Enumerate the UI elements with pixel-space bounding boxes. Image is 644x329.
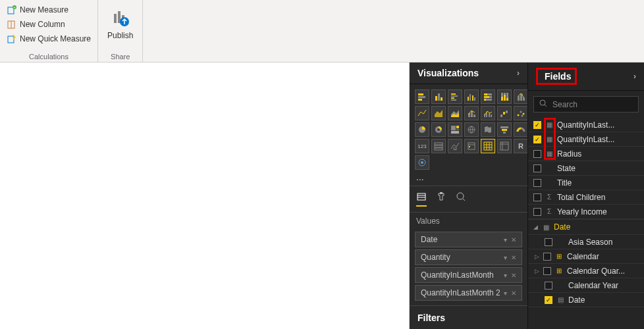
viz-stacked-column[interactable] [431, 89, 446, 104]
svg-rect-56 [451, 126, 456, 130]
field-well[interactable]: QuantityInLastMonth▾✕ [415, 267, 522, 283]
svg-rect-46 [500, 114, 502, 117]
field-checkbox[interactable]: ✓ [533, 121, 541, 129]
chevron-right-icon[interactable]: › [633, 72, 636, 81]
field-type-icon [556, 282, 564, 290]
expand-icon[interactable]: ▷ [535, 253, 539, 260]
remove-icon[interactable]: ✕ [511, 236, 516, 243]
field-label: QuantityInLast... [557, 135, 614, 144]
fields-list: ✓QuantityInLast...✓QuantityInLast...Radi… [528, 118, 644, 307]
viz-pie[interactable] [415, 122, 429, 137]
field-type-icon [545, 150, 553, 158]
format-tab-icon[interactable] [436, 191, 446, 207]
field-checkbox[interactable] [533, 164, 541, 172]
viz-100-stacked-bar[interactable] [481, 89, 495, 104]
viz-filled-map[interactable] [481, 122, 495, 137]
field-item[interactable]: ✓QuantityInLast... [528, 132, 644, 147]
remove-icon[interactable]: ✕ [511, 272, 516, 279]
field-well[interactable]: Quantity▾✕ [415, 249, 522, 265]
viz-table[interactable] [481, 139, 495, 153]
viz-kpi[interactable]: 12 [448, 139, 462, 153]
field-checkbox[interactable] [543, 267, 551, 275]
viz-area[interactable] [431, 106, 446, 120]
viz-matrix[interactable] [497, 139, 512, 153]
viz-stacked-area[interactable] [448, 106, 462, 120]
table-name: Date [554, 222, 570, 232]
svg-rect-71 [469, 146, 470, 147]
viz-more-button[interactable]: ··· [410, 172, 527, 186]
field-item[interactable]: Radius [528, 147, 644, 161]
remove-icon[interactable]: ✕ [511, 290, 516, 297]
field-item[interactable]: Title [528, 176, 644, 190]
remove-icon[interactable]: ✕ [511, 254, 516, 261]
viz-card[interactable]: 123 [415, 139, 429, 153]
field-checkbox[interactable] [533, 150, 541, 158]
new-column-button[interactable]: New Column [4, 18, 94, 31]
viz-clustered-column[interactable] [464, 89, 479, 104]
dropdown-icon[interactable]: ▾ [504, 254, 507, 261]
viz-donut[interactable] [431, 122, 446, 137]
viz-multirow-card[interactable] [431, 139, 446, 153]
field-checkbox[interactable] [533, 208, 541, 216]
fields-title: Fields [545, 71, 571, 82]
viz-gauge[interactable] [514, 122, 528, 137]
new-measure-button[interactable]: + New Measure [4, 3, 94, 16]
field-type-icon [555, 267, 563, 275]
field-item[interactable]: Total Children [528, 190, 644, 205]
viz-stacked-bar[interactable] [415, 89, 429, 104]
expand-icon[interactable]: ▷ [535, 268, 539, 274]
svg-rect-38 [523, 97, 525, 101]
field-item[interactable]: Yearly Income [528, 205, 644, 219]
field-well[interactable]: Date▾✕ [415, 232, 522, 247]
field-checkbox[interactable] [533, 193, 541, 201]
svg-rect-16 [451, 93, 456, 95]
viz-scatter[interactable] [514, 106, 528, 120]
field-checkbox[interactable]: ✓ [533, 136, 541, 143]
viz-clustered-bar[interactable] [448, 89, 462, 104]
field-well[interactable]: QuantityInLastMonth 2▾✕ [415, 285, 522, 301]
viz-funnel[interactable] [497, 122, 512, 137]
dropdown-icon[interactable]: ▾ [504, 272, 507, 279]
viz-slicer[interactable] [464, 139, 479, 153]
field-checkbox[interactable] [543, 253, 551, 261]
viz-100-stacked-column[interactable] [497, 89, 512, 104]
viz-r-script[interactable]: R [514, 139, 528, 153]
field-item[interactable]: Asia Season [528, 235, 644, 249]
ribbon: + New Measure New Column New Quick Measu… [0, 0, 644, 63]
analytics-tab-icon[interactable] [456, 191, 466, 207]
field-type-icon [545, 179, 553, 187]
publish-button[interactable]: Publish [102, 6, 138, 43]
report-canvas[interactable] [0, 63, 410, 329]
viz-line-clustered-column[interactable] [481, 106, 495, 120]
field-item[interactable]: ▷Calendar [528, 249, 644, 264]
viz-ribbon[interactable] [514, 89, 528, 104]
field-item[interactable]: ✓Date [528, 293, 644, 307]
dropdown-icon[interactable]: ▾ [504, 236, 507, 243]
field-item[interactable]: ▷Calendar Quar... [528, 264, 644, 278]
viz-line[interactable] [415, 106, 429, 120]
field-checkbox[interactable] [545, 238, 552, 246]
svg-rect-65 [435, 143, 443, 145]
dropdown-icon[interactable]: ▾ [504, 290, 507, 297]
svg-text:12: 12 [453, 147, 457, 151]
field-checkbox[interactable] [533, 179, 541, 187]
search-input[interactable]: Search [533, 96, 639, 113]
visualizations-header[interactable]: Visualizations › [410, 63, 527, 84]
viz-map[interactable] [464, 122, 479, 137]
field-item[interactable]: Calendar Year [528, 278, 644, 293]
svg-point-52 [522, 115, 523, 117]
table-date-header[interactable]: ◢ ▦ Date [528, 219, 644, 235]
new-quick-measure-button[interactable]: New Quick Measure [4, 32, 94, 45]
fields-tab-icon[interactable] [416, 191, 427, 207]
field-checkbox[interactable] [545, 282, 552, 290]
viz-line-stacked-column[interactable] [464, 106, 479, 120]
field-item[interactable]: ✓QuantityInLast... [528, 118, 644, 132]
viz-waterfall[interactable] [497, 106, 512, 120]
chevron-right-icon[interactable]: › [517, 68, 520, 78]
field-item[interactable]: State [528, 161, 644, 176]
viz-treemap[interactable] [448, 122, 462, 137]
fields-header[interactable]: Fields › [528, 63, 644, 91]
field-checkbox[interactable]: ✓ [545, 296, 552, 304]
svg-rect-47 [503, 112, 505, 114]
viz-arcgis[interactable] [415, 155, 429, 170]
